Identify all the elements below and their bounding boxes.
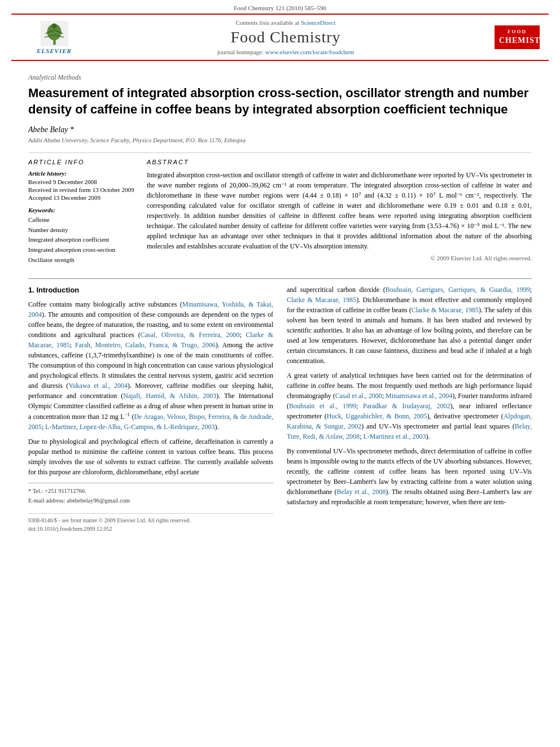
elsevier-tree-icon bbox=[39, 21, 70, 46]
keyword-2: Number density bbox=[28, 225, 135, 235]
author-affiliation: Addis Ababa University, Science Faculty,… bbox=[28, 137, 532, 143]
keyword-1: Caffeine bbox=[28, 215, 135, 225]
journal-header-center: Contents lists available at ScienceDirec… bbox=[88, 19, 483, 55]
ref-yukawa[interactable]: Yukawa et al., 2004 bbox=[68, 382, 128, 390]
sciencedirect-link-text: ScienceDirect bbox=[301, 19, 336, 26]
body-para-3: and supercritical carbon dioxide (Bouhsa… bbox=[287, 285, 532, 366]
email-label: E-mail address: bbox=[28, 497, 65, 504]
abstract-heading: ABSTRACT bbox=[147, 159, 532, 165]
ref-clarke2[interactable]: Clarke & Macarae, 1985 bbox=[287, 296, 356, 304]
page-container: Food Chemistry 121 (2010) 585–590 ELSEVI… bbox=[0, 0, 560, 747]
keyword-3: Integrated absorption coefficient bbox=[28, 235, 135, 245]
body-two-col: 1. Introduction Coffee contains many bio… bbox=[28, 285, 532, 533]
journal-homepage: journal homepage: www.elsevier.com/locat… bbox=[88, 49, 483, 55]
article-info-col: ARTICLE INFO Article history: Received 9… bbox=[28, 159, 135, 270]
ref-clarke3[interactable]: Clarke & Macarae, 1985 bbox=[412, 306, 479, 314]
section-label: Analytical Methods bbox=[28, 73, 532, 82]
keywords-list: Caffeine Number density Integrated absor… bbox=[28, 215, 135, 265]
journal-title: Food Chemistry bbox=[88, 28, 483, 46]
journal-header: ELSEVIER Contents lists available at Sci… bbox=[11, 14, 549, 61]
keyword-5: Oscillator strength bbox=[28, 255, 135, 265]
ref-bouhsain2[interactable]: Bouhsain et al., 1999 bbox=[289, 402, 356, 410]
revised-date: Received in revised form 13 October 2009 bbox=[28, 186, 135, 193]
footnote-email: E-mail address: abebebelay96@gmail.com bbox=[28, 496, 273, 505]
homepage-label: journal homepage: bbox=[217, 49, 264, 55]
food-chemistry-logo: FOOD CHEMISTRY bbox=[495, 25, 540, 49]
ref-casal2[interactable]: Casal et al., 2000 bbox=[335, 392, 382, 400]
ref-lmartinez2[interactable]: L-Martinez et al., 2003 bbox=[363, 433, 426, 440]
contents-label: Contents lists available at bbox=[235, 19, 299, 26]
body-divider bbox=[28, 278, 532, 279]
body-col-right: and supercritical carbon dioxide (Bouhsa… bbox=[287, 285, 532, 533]
email-address: abebebelay96@gmail.com bbox=[67, 497, 130, 504]
abstract-text: Integrated absorption cross-section and … bbox=[147, 170, 532, 251]
article-info-heading: ARTICLE INFO bbox=[28, 159, 135, 165]
email-link[interactable]: abebebelay96@gmail.com bbox=[67, 497, 130, 504]
food-logo-line1: FOOD bbox=[499, 29, 535, 36]
homepage-url: www.elsevier.com/locate/foodchem bbox=[265, 49, 355, 55]
footnote-area: * Tel.: +251 911712766. E-mail address: … bbox=[28, 483, 273, 506]
author-name-text: Abebe Belay * bbox=[28, 125, 74, 134]
ref-paradkar[interactable]: Paradkar & Irudayaraj, 2002 bbox=[363, 402, 450, 410]
author-name: Abebe Belay * bbox=[28, 125, 532, 134]
article-title: Measurement of integrated absorption cro… bbox=[28, 85, 532, 117]
sciencedirect-link[interactable]: ScienceDirect bbox=[301, 19, 336, 26]
keyword-4: Integrated absorption cross-section bbox=[28, 245, 135, 255]
top-citation: Food Chemistry 121 (2010) 585–590 bbox=[0, 0, 560, 14]
ref-lmartinez[interactable]: L-Martinez, Lopez-de-Alba, G-Campos, & L… bbox=[45, 423, 215, 431]
article-info-abstract: ARTICLE INFO Article history: Received 9… bbox=[28, 159, 532, 270]
food-chemistry-logo-area: FOOD CHEMISTRY bbox=[483, 25, 540, 49]
ref-casal[interactable]: Casal, Oliveira, & Ferreira, 2000 bbox=[141, 331, 240, 339]
doi-text: doi:10.1016/j.foodchem.2009.12.052 bbox=[28, 525, 273, 533]
elsevier-wordmark: ELSEVIER bbox=[37, 47, 72, 54]
open-access-notice: 0308-8146/$ - see front matter © 2009 El… bbox=[28, 516, 273, 525]
svg-point-3 bbox=[51, 23, 56, 28]
accepted-date: Accepted 13 December 2009 bbox=[28, 194, 135, 201]
body-para-4: A great variety of analytical techniques… bbox=[287, 370, 532, 442]
citation-text: Food Chemistry 121 (2010) 585–590 bbox=[234, 5, 326, 11]
keywords-section: Keywords: Caffeine Number density Integr… bbox=[28, 207, 135, 265]
abstract-copyright: © 2009 Elsevier Ltd. All rights reserved… bbox=[147, 255, 532, 261]
ref-huck[interactable]: Huck, Uggeabichler, & Bonn, 2005 bbox=[327, 412, 427, 420]
footnote-tel: * Tel.: +251 911712766. bbox=[28, 487, 273, 496]
keywords-label: Keywords: bbox=[28, 207, 135, 213]
body-para-1: Coffee contains many biologically active… bbox=[28, 299, 273, 432]
ref-belay2[interactable]: Belay et al., 2008 bbox=[336, 488, 386, 496]
main-content: Analytical Methods Measurement of integr… bbox=[0, 61, 560, 540]
body-para-2: Due to physiological and psychological e… bbox=[28, 436, 273, 477]
article-history-section: Article history: Received 9 December 200… bbox=[28, 170, 135, 201]
section-1-title: 1. Introduction bbox=[28, 285, 273, 296]
body-para-5: By conventional UV–Vis spectrometer meth… bbox=[287, 446, 532, 507]
ref-najafi[interactable]: Najafi, Hamid, & Afshin, 2003 bbox=[123, 392, 216, 400]
body-col-left: 1. Introduction Coffee contains many bio… bbox=[28, 285, 273, 533]
divider-1 bbox=[28, 152, 532, 153]
bottom-notice: 0308-8146/$ - see front matter © 2009 El… bbox=[28, 513, 273, 533]
ref-minamisawa2[interactable]: Minamisawa et al., 2004 bbox=[386, 392, 452, 400]
elsevier-logo-area: ELSEVIER bbox=[20, 21, 88, 54]
sciencedirect-line: Contents lists available at ScienceDirec… bbox=[88, 19, 483, 26]
food-logo-line2: CHEMISTRY bbox=[499, 36, 535, 46]
ref-minamisawa[interactable]: Minamisawa, Yoshida, & Takai, 2004 bbox=[28, 300, 273, 318]
received-date: Received 9 December 2008 bbox=[28, 178, 135, 185]
abstract-col: ABSTRACT Integrated absorption cross-sec… bbox=[147, 159, 532, 270]
ref-bouhsain1[interactable]: Bouhsain, Garrigues, Garriques, & Guardi… bbox=[386, 286, 530, 294]
ref-farah[interactable]: Farah, Monteiro, Calado, Franca, & Trugo… bbox=[75, 341, 216, 349]
homepage-link[interactable]: www.elsevier.com/locate/foodchem bbox=[265, 49, 355, 55]
history-label: Article history: bbox=[28, 170, 135, 177]
